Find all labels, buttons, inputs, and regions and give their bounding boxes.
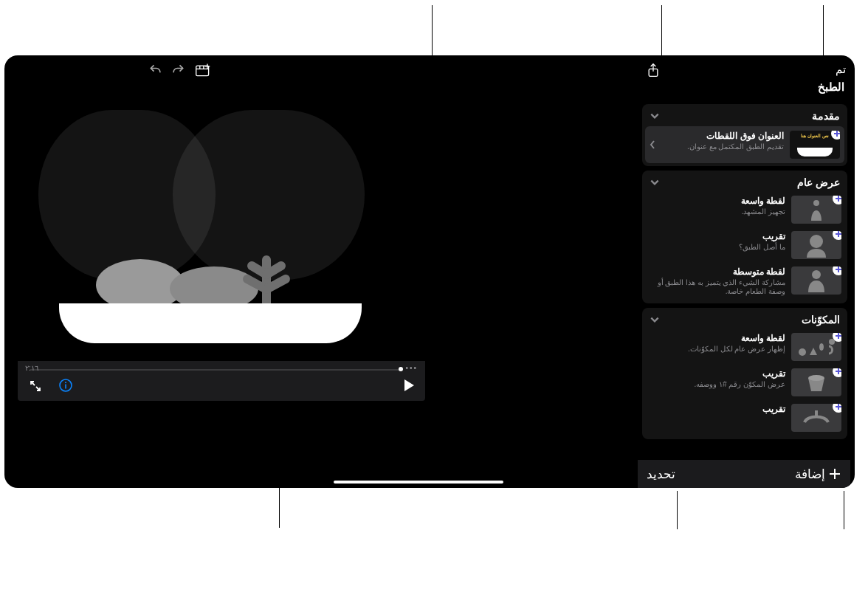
shot-row[interactable]: تقريب عرض المكوّن رقم #١ ووصفه. xyxy=(642,365,847,401)
shot-title: العنوان فوق اللقطات xyxy=(658,131,784,141)
leaf-graphic xyxy=(233,249,300,308)
svg-point-7 xyxy=(813,200,819,206)
callout-line xyxy=(661,5,662,56)
done-button[interactable]: تم xyxy=(836,63,846,76)
preview-canvas[interactable] xyxy=(18,126,425,361)
svg-rect-0 xyxy=(196,66,209,76)
current-time-label: ٢:١٦ xyxy=(25,364,38,372)
group-title: عرض عام xyxy=(797,176,840,188)
person-medium-icon xyxy=(807,269,826,292)
preview-viewer: ٢:١٦ ••• xyxy=(18,126,425,401)
thumb-title-text: نص العنوان هنا xyxy=(793,133,837,138)
shot-group: مقدمة نص العنوان هنا العنوان فوق اللقطات… xyxy=(642,104,847,166)
svg-rect-16 xyxy=(65,385,66,389)
shot-row[interactable]: تقريب ما أصل الطبق؟ xyxy=(642,228,847,264)
shot-thumbnail: نص العنوان هنا xyxy=(790,131,840,159)
person-wide-icon xyxy=(809,199,824,221)
shot-thumbnail xyxy=(791,196,841,224)
add-clip-badge[interactable] xyxy=(833,404,841,413)
project-title: الطبخ xyxy=(818,80,844,94)
chevron-down-icon xyxy=(650,314,660,325)
svg-point-15 xyxy=(65,382,66,383)
person-close-icon xyxy=(804,233,829,258)
shot-title: لقطة واسعة xyxy=(648,333,785,343)
redo-button[interactable] xyxy=(170,63,185,78)
fullscreen-icon xyxy=(30,380,41,392)
add-media-button[interactable] xyxy=(195,63,211,80)
shot-thumbnail xyxy=(791,404,841,432)
group-title: المكوّنات xyxy=(802,314,840,326)
shot-row[interactable]: لقطة واسعة إظهار عرض عام لكل المكوّنات. xyxy=(642,330,847,365)
add-media-icon xyxy=(195,63,211,78)
shot-row[interactable]: نص العنوان هنا العنوان فوق اللقطات تقديم… xyxy=(645,126,844,163)
info-button[interactable] xyxy=(59,379,72,395)
shot-thumbnail xyxy=(791,266,841,295)
group-title: مقدمة xyxy=(812,110,840,122)
svg-point-12 xyxy=(808,375,824,381)
add-clip-badge[interactable] xyxy=(833,231,841,240)
shot-subtitle: إظهار عرض عام لكل المكوّنات. xyxy=(648,345,785,354)
chevron-down-icon xyxy=(650,177,660,187)
redo-icon xyxy=(170,63,185,78)
home-indicator xyxy=(334,481,503,484)
select-button[interactable]: تحديد xyxy=(647,467,675,482)
group-header[interactable]: مقدمة xyxy=(642,104,847,126)
fullscreen-button[interactable] xyxy=(30,380,41,395)
add-clip-badge[interactable] xyxy=(833,196,841,204)
shot-group: عرض عام لقطة واسعة تجهيز المشهد. xyxy=(642,171,847,303)
callout-line xyxy=(677,491,678,529)
shot-subtitle: ما أصل الطبق؟ xyxy=(648,243,785,252)
play-button[interactable] xyxy=(403,379,415,395)
shot-list-sidebar[interactable]: مقدمة نص العنوان هنا العنوان فوق اللقطات… xyxy=(638,100,850,460)
add-group-label: إضافة xyxy=(795,467,825,482)
app-window: تم الطبخ xyxy=(4,55,855,488)
svg-point-9 xyxy=(812,270,821,279)
scrubber-end-marker: ••• xyxy=(405,364,418,372)
play-icon xyxy=(403,379,415,392)
ingredients-icon xyxy=(795,336,838,358)
playhead-dot[interactable] xyxy=(399,367,403,371)
shot-subtitle: عرض المكوّن رقم #١ ووصفه. xyxy=(648,380,785,389)
shot-subtitle: مشاركة الشيء الذي يتميز به هذا الطبق أو … xyxy=(648,278,785,296)
add-clip-badge[interactable] xyxy=(833,368,841,377)
shot-row[interactable]: لقطة متوسطة مشاركة الشيء الذي يتميز به ه… xyxy=(642,264,847,300)
scrubber-track xyxy=(30,369,403,371)
shot-title: تقريب xyxy=(648,404,785,414)
shot-thumbnail xyxy=(791,333,841,361)
add-clip-badge[interactable] xyxy=(833,266,841,275)
undo-button[interactable] xyxy=(148,63,163,78)
svg-point-8 xyxy=(810,235,823,248)
bowl-graphic xyxy=(59,278,362,343)
share-button[interactable] xyxy=(647,63,660,80)
ingredient-icon xyxy=(802,410,831,425)
shot-group: المكوّنات لقطة واسعة xyxy=(642,308,847,439)
shot-title: لقطة متوسطة xyxy=(648,266,785,277)
ingredient-icon xyxy=(804,372,829,393)
shot-row[interactable]: تقريب xyxy=(642,401,847,436)
panel-bottom-bar: إضافة تحديد xyxy=(638,460,850,488)
svg-point-10 xyxy=(799,348,806,356)
callout-line xyxy=(844,491,844,529)
top-bar: تم xyxy=(4,55,855,79)
group-header[interactable]: المكوّنات xyxy=(642,308,847,330)
stage: تم الطبخ xyxy=(0,0,868,609)
shot-title: تقريب xyxy=(648,368,785,379)
shot-title: تقريب xyxy=(648,231,785,241)
undo-icon xyxy=(148,63,163,78)
share-icon xyxy=(647,63,660,78)
chevron-left-icon xyxy=(650,140,655,150)
plus-icon xyxy=(828,467,841,481)
svg-point-11 xyxy=(829,339,835,345)
shot-subtitle: تقديم الطبق المكتمل مع عنوان. xyxy=(658,142,784,151)
group-header[interactable]: عرض عام xyxy=(642,171,847,193)
add-group-button[interactable]: إضافة xyxy=(795,467,841,482)
shot-row[interactable]: لقطة واسعة تجهيز المشهد. xyxy=(642,193,847,228)
shot-thumbnail xyxy=(791,231,841,259)
chevron-down-icon xyxy=(650,111,660,121)
info-icon xyxy=(59,379,72,392)
shot-thumbnail xyxy=(791,368,841,396)
shot-subtitle: تجهيز المشهد. xyxy=(648,207,785,216)
shot-title: لقطة واسعة xyxy=(648,196,785,206)
viewer-controls xyxy=(18,377,425,395)
timeline-scrubber[interactable]: ٢:١٦ ••• xyxy=(30,368,418,371)
